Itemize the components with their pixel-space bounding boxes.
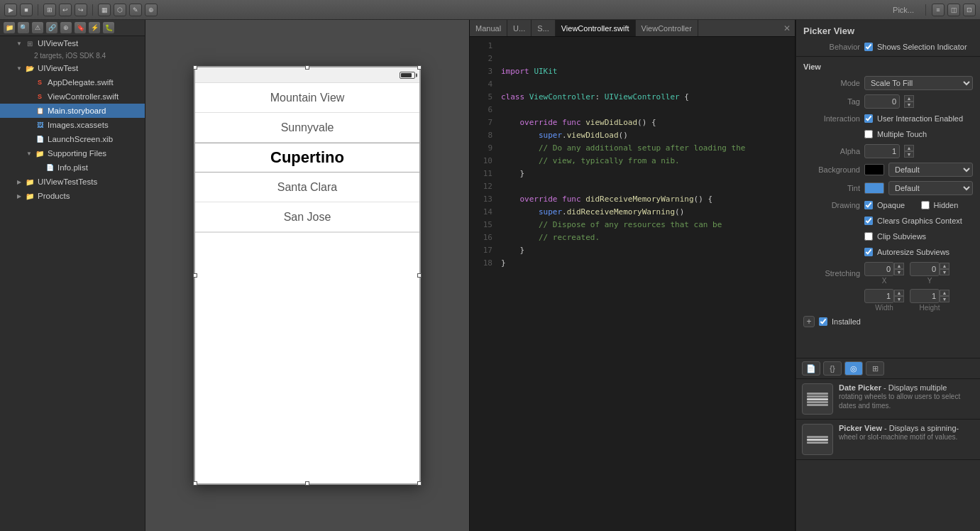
nav-tab-8[interactable]: 🐛 [102,21,115,34]
code-body[interactable]: import UIKit class ViewController: UIVie… [495,37,795,531]
stretch-y-input[interactable] [910,262,940,276]
plus-button[interactable]: + [803,316,815,327]
stretch-w-stepper[interactable]: ▲ ▼ [894,290,904,302]
toolbar-btn-8[interactable]: ✎ [129,4,142,16]
toolbar-btn-right-1[interactable]: ≡ [932,4,945,16]
shows-selection-label: Shows Selection Indicator [877,43,973,51]
sx-up[interactable]: ▲ [894,263,904,269]
expand-arrow-3: ▼ [24,148,34,158]
sh-down[interactable]: ▼ [940,296,949,302]
tag-stepper-down[interactable]: ▼ [904,102,914,108]
sidebar-item-appdelegate[interactable]: S AppDelegate.swift [0,75,145,89]
code-content[interactable]: 1 2 3 4 5 6 7 8 9 10 11 12 13 14 15 16 1… [470,37,795,531]
folder-icon-2: 📁 [34,148,45,159]
height-label: Height [920,304,940,312]
sw-down[interactable]: ▼ [894,296,904,302]
library-tab-code[interactable]: {} [823,361,842,376]
library-item-picker-view[interactable]: Picker View - Displays a spinning- wheel… [796,420,980,460]
sh-up[interactable]: ▲ [940,290,949,296]
toolbar-btn-2[interactable]: ■ [20,4,33,16]
toolbar-btn-right-2[interactable]: ◫ [947,4,960,16]
tab-viewcontroller[interactable]: ViewController [636,20,698,37]
alpha-stepper[interactable]: ▲ ▼ [904,145,914,158]
multiple-touch-checkbox[interactable] [864,130,873,138]
stretch-x-input[interactable] [864,262,894,276]
stretch-w-input-row: ▲ ▼ [864,289,904,303]
sx-down[interactable]: ▼ [894,269,904,275]
library-item-date-picker[interactable]: Date Picker - Displays multiple rotating… [796,379,980,420]
tab-s[interactable]: S... [532,20,556,37]
library-tab-circle[interactable]: ◎ [844,361,863,376]
battery-fill [401,73,412,77]
project-root[interactable]: ▼ ⊞ UIViewTest [0,36,145,50]
installed-checkbox[interactable] [819,317,827,326]
picker-view[interactable]: Mountain View Sunnyvale Cupertino Santa … [195,83,419,233]
tag-stepper-up[interactable]: ▲ [904,95,914,102]
stretching-label-row: Stretching ▲ ▼ X [796,260,980,287]
nav-tab-2[interactable]: 🔍 [17,21,30,34]
library-tab-grid[interactable]: ⊞ [866,361,884,376]
toolbar-btn-3[interactable]: ⊞ [43,4,56,16]
tab-u[interactable]: U... [507,20,532,37]
clears-graphics-checkbox[interactable] [864,217,873,225]
sidebar-item-infoplist[interactable]: 📄 Info.plist [0,160,145,175]
mode-select[interactable]: Scale To Fill Aspect Fit Aspect Fill [864,76,973,90]
sw-up[interactable]: ▲ [894,290,904,296]
nav-tab-1[interactable]: 📁 [3,21,16,34]
tag-input[interactable] [864,94,900,109]
toolbar-btn-9[interactable]: ⊕ [145,4,158,16]
background-swatch[interactable] [864,164,884,175]
sidebar-item-products[interactable]: ▶ 📁 Products [0,189,145,203]
products-label: Products [38,192,70,200]
stretch-w-input[interactable] [864,289,894,303]
alpha-stepper-down[interactable]: ▼ [904,151,914,158]
stretch-x-stepper[interactable]: ▲ ▼ [894,263,904,275]
tab-viewcontroller-swift[interactable]: ViewController.swift [556,20,636,37]
sidebar-item-uiviewtest-group[interactable]: ▼ 📂 UIViewTest [0,61,145,75]
sidebar-item-launchscreen[interactable]: 📄 LaunchScreen.xib [0,132,145,146]
hidden-checkbox[interactable] [921,201,930,209]
background-select[interactable]: Default [888,163,973,177]
nav-tab-5[interactable]: ⊕ [60,21,72,34]
opaque-checkbox[interactable] [864,201,873,209]
tab-manual[interactable]: Manual [470,20,507,37]
picker-row-2: Sunnyvale [195,113,419,143]
sy-down[interactable]: ▼ [940,269,949,275]
stretch-h-input[interactable] [910,289,940,303]
library-tab-file[interactable]: 📄 [802,361,820,376]
iphone-mockup[interactable]: Mountain View Sunnyvale Cupertino Santa … [194,66,421,485]
nav-tab-4[interactable]: 🔗 [45,21,58,34]
sidebar-item-uiviewtesttests[interactable]: ▶ 📁 UIViewTestTests [0,175,145,189]
toolbar-btn-4[interactable]: ↩ [59,4,72,16]
toolbar-btn-6[interactable]: ▦ [98,4,111,16]
stretch-h-stepper[interactable]: ▲ ▼ [940,290,949,302]
tag-stepper[interactable]: ▲ ▼ [904,95,914,108]
sy-up[interactable]: ▲ [940,263,949,269]
top-toolbar: ▶ ■ ⊞ ↩ ↪ ▦ ⬡ ✎ ⊕ Pick... ≡ ◫ ⊡ [0,0,980,20]
toolbar-btn-right-3[interactable]: ⊡ [963,4,976,16]
sidebar-item-main-storyboard[interactable]: 📋 Main.storyboard [0,104,145,118]
nav-tab-7[interactable]: ⚡ [88,21,101,34]
drawing-row: Drawing Opaque Hidden [796,197,980,213]
close-editor-btn[interactable]: ✕ [779,23,795,33]
alpha-input[interactable] [864,144,900,158]
sidebar-item-xcassets[interactable]: 🖼 Images.xcassets [0,118,145,132]
stretch-y-stepper[interactable]: ▲ ▼ [940,263,949,275]
autoresize-checkbox[interactable] [864,248,873,256]
shows-selection-checkbox[interactable] [864,43,873,51]
toolbar-btn-7[interactable]: ⬡ [114,4,126,16]
nav-tab-6[interactable]: 🔖 [74,21,87,34]
user-interaction-checkbox[interactable] [864,114,873,123]
tint-select[interactable]: Default [888,181,973,195]
toolbar-btn-5[interactable]: ↪ [75,4,87,16]
alpha-stepper-up[interactable]: ▲ [904,145,914,151]
sidebar-item-supporting-files[interactable]: ▼ 📁 Supporting Files [0,146,145,160]
installed-label: Installed [832,317,973,326]
toolbar-btn-1[interactable]: ▶ [4,4,17,16]
library-panel: 📄 {} ◎ ⊞ Date Picker - Displa [796,358,980,460]
sidebar-item-viewcontroller-swift[interactable]: S ViewController.swift [0,89,145,104]
nav-tab-3[interactable]: ⚠ [31,21,44,34]
picker-row-1: Mountain View [195,83,419,113]
tint-swatch[interactable] [864,182,884,194]
clip-subviews-checkbox[interactable] [864,232,873,241]
